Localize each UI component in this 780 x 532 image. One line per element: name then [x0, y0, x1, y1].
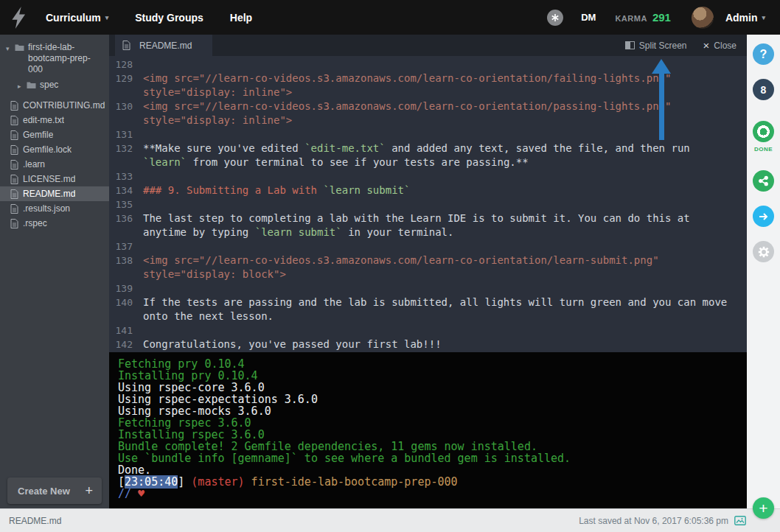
editor-line: 141: [109, 323, 747, 337]
close-icon: ×: [703, 40, 710, 51]
add-button[interactable]: +: [753, 497, 774, 519]
file-tree: ▾ first-ide-lab-bootcamp-prep-000 ▸ spec…: [0, 35, 109, 231]
file-item-license.md[interactable]: LICENSE.md: [0, 172, 109, 186]
terminal-line: // ♥: [118, 488, 738, 500]
file-label: edit-me.txt: [23, 115, 64, 125]
split-screen-button[interactable]: Split Screen: [625, 41, 687, 51]
create-new-label: Create New: [18, 486, 70, 497]
file-icon: [10, 160, 18, 169]
editor-line: 131: [109, 127, 747, 141]
intercom-icon[interactable]: [547, 10, 563, 26]
tab-readme[interactable]: README.md: [115, 35, 212, 56]
file-icon: [10, 116, 18, 125]
done-label: DONE: [747, 146, 780, 153]
editor-line: 128: [109, 57, 747, 71]
file-label: .rspec: [23, 218, 47, 228]
karma-counter[interactable]: KARMA 291: [615, 11, 670, 24]
help-button[interactable]: ?: [753, 43, 774, 65]
line-content: ### 9. Submitting a Lab with `learn subm…: [143, 183, 747, 197]
chevron-down-icon: ▾: [105, 14, 109, 21]
file-label: Gemfile.lock: [23, 144, 72, 155]
file-item-edit-me.txt[interactable]: edit-me.txt: [0, 113, 109, 127]
file-icon: [10, 175, 18, 184]
folder-item-spec[interactable]: ▸ spec: [0, 78, 109, 94]
terminal-line: Use `bundle info [gemname]` to see where…: [118, 452, 738, 464]
nav-menu-label: Study Groups: [135, 12, 203, 24]
file-icon: [10, 219, 18, 228]
file-icon: [10, 130, 18, 140]
folder-label: first-ide-lab-bootcamp-prep-000: [28, 42, 102, 75]
line-content: The last step to completing a lab with t…: [143, 211, 747, 239]
code-editor[interactable]: 128129<img src="//learn-co-videos.s3.ama…: [109, 56, 747, 352]
gear-icon: [757, 245, 770, 259]
file-icon: [10, 204, 18, 214]
nav-left: Curriculum▾Study GroupsHelp: [9, 6, 252, 29]
file-item-gemfile[interactable]: Gemfile: [0, 127, 109, 142]
settings-button[interactable]: [753, 241, 774, 262]
next-lesson-button[interactable]: [753, 206, 774, 227]
done-indicator-button[interactable]: [753, 121, 774, 142]
split-screen-icon: [625, 41, 635, 49]
learn-ide-app: Curriculum▾Study GroupsHelp DM KARMA 291…: [0, 0, 780, 532]
learn-logo-icon[interactable]: [9, 6, 31, 29]
terminal-output: Fetching pry 0.10.4Installing pry 0.10.4…: [118, 358, 738, 500]
editor-line: 132**Make sure you've edited `edit-me.tx…: [109, 141, 747, 169]
nav-menu-curriculum[interactable]: Curriculum▾: [46, 12, 108, 24]
chevron-down-icon: ▾: [6, 43, 14, 55]
folder-icon: [27, 81, 36, 89]
line-number: 136: [109, 211, 143, 239]
line-content: Congratulations, you've passed your firs…: [143, 337, 747, 351]
notifications-count-button[interactable]: 8: [753, 79, 774, 100]
terminal[interactable]: Fetching pry 0.10.4Installing pry 0.10.4…: [109, 352, 747, 508]
line-number: 134: [109, 183, 143, 197]
file-label: Gemfile: [23, 130, 53, 140]
file-label: CONTRIBUTING.md: [23, 100, 105, 111]
line-number: 128: [109, 57, 143, 71]
editor-line: 139: [109, 281, 747, 295]
last-saved-text: Last saved at Nov 6, 2017 6:05:36 pm: [579, 516, 728, 526]
status-bar: README.md Last saved at Nov 6, 2017 6:05…: [0, 508, 780, 532]
nav-menu-help[interactable]: Help: [230, 12, 252, 24]
terminal-line: Installing rspec 3.6.0: [118, 429, 738, 441]
terminal-line: [23:05:40] (master) first-ide-lab-bootca…: [118, 476, 738, 488]
line-content: [143, 169, 747, 183]
avatar[interactable]: [692, 7, 714, 29]
terminal-line: Fetching pry 0.10.4: [118, 358, 738, 370]
line-number: 140: [109, 295, 143, 323]
close-label: Close: [714, 41, 737, 51]
file-item-readme.md[interactable]: README.md: [0, 186, 109, 201]
close-button[interactable]: × Close: [703, 40, 737, 51]
create-new-button[interactable]: Create New +: [7, 477, 102, 504]
file-icon: [122, 41, 130, 50]
nav-menu-study-groups[interactable]: Study Groups: [135, 12, 203, 24]
terminal-line: Done.: [118, 464, 738, 476]
chevron-right-icon: ▸: [18, 81, 26, 92]
editor-line: 129<img src="//learn-co-videos.s3.amazon…: [109, 71, 747, 99]
editor-line: 133: [109, 169, 747, 183]
admin-menu[interactable]: Admin ▾: [725, 12, 765, 24]
file-item-rspec[interactable]: .rspec: [0, 216, 109, 231]
share-icon: [758, 175, 769, 186]
screenshot-icon[interactable]: [734, 516, 746, 525]
last-saved: Last saved at Nov 6, 2017 6:05:36 pm: [579, 516, 746, 526]
tab-label: README.md: [139, 41, 192, 51]
file-label: README.md: [23, 189, 75, 199]
nav-menu-label: Help: [230, 12, 252, 24]
terminal-line: Using rspec-expectations 3.6.0: [118, 393, 738, 405]
folder-icon: [15, 43, 24, 52]
file-item-learn[interactable]: .learn: [0, 157, 109, 172]
file-icon: [10, 145, 18, 155]
folder-item-root[interactable]: ▾ first-ide-lab-bootcamp-prep-000: [0, 41, 109, 77]
file-item-gemfile.lock[interactable]: Gemfile.lock: [0, 142, 109, 157]
share-button[interactable]: [753, 170, 774, 192]
editor-line: 142Congratulations, you've passed your f…: [109, 337, 747, 351]
editor-line: 136The last step to completing a lab wit…: [109, 211, 747, 239]
dm-link[interactable]: DM: [581, 12, 596, 23]
line-number: 137: [109, 239, 143, 253]
file-item-contributing.md[interactable]: CONTRIBUTING.md: [0, 98, 109, 113]
editor-line: 134### 9. Submitting a Lab with `learn s…: [109, 183, 747, 197]
line-content: <img src="//learn-co-videos.s3.amazonaws…: [143, 71, 747, 99]
line-number: 132: [109, 141, 143, 169]
file-item-results.json[interactable]: .results.json: [0, 201, 109, 216]
line-content: [143, 127, 747, 141]
